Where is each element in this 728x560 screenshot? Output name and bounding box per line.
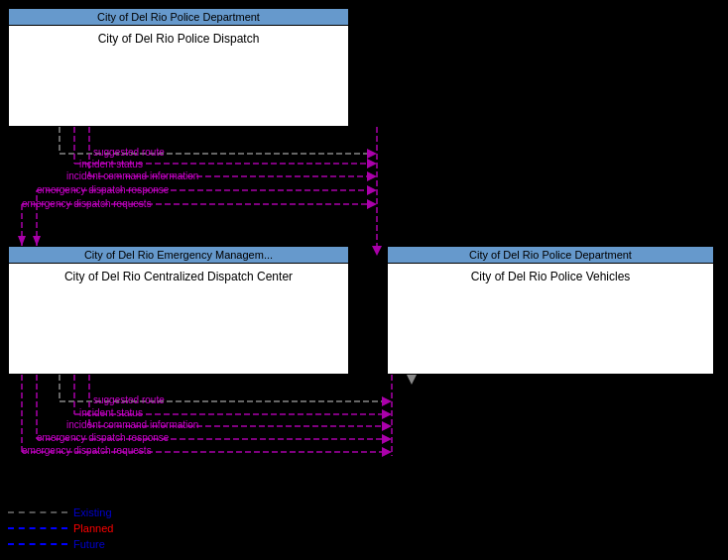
label-incident-status-top: incident status xyxy=(79,159,143,169)
legend-line-future xyxy=(8,543,67,545)
legend: Existing Planned Future xyxy=(8,506,113,550)
node-centralized: City of Del Rio Emergency Managem... Cit… xyxy=(8,246,349,375)
node-centralized-title: City of Del Rio Centralized Dispatch Cen… xyxy=(9,264,348,289)
svg-marker-27 xyxy=(382,421,392,431)
legend-line-existing xyxy=(8,511,67,513)
label-emergency-response-top: emergency dispatch response xyxy=(37,184,169,195)
svg-marker-5 xyxy=(367,159,377,168)
label-emergency-response-bottom: emergency dispatch response xyxy=(37,432,169,443)
legend-existing: Existing xyxy=(8,506,113,518)
svg-marker-39 xyxy=(407,375,417,385)
legend-label-planned: Planned xyxy=(73,522,113,534)
label-suggested-route-bottom: suggested route xyxy=(93,394,165,405)
node-vehicles-header: City of Del Rio Police Department xyxy=(388,247,713,264)
legend-line-planned xyxy=(8,527,67,529)
label-incident-command-bottom: incident command information xyxy=(66,419,198,430)
legend-future: Future xyxy=(8,538,113,550)
label-incident-status-bottom: incident status xyxy=(79,407,143,418)
svg-marker-31 xyxy=(382,434,392,444)
svg-marker-11 xyxy=(33,236,41,246)
svg-marker-12 xyxy=(367,185,377,195)
label-incident-command-top: incident command information xyxy=(66,170,198,181)
svg-marker-35 xyxy=(382,447,392,457)
svg-marker-24 xyxy=(382,409,392,419)
svg-marker-21 xyxy=(382,396,392,406)
label-emergency-requests-top: emergency dispatch requests xyxy=(22,198,152,209)
svg-marker-16 xyxy=(367,199,377,209)
legend-label-future: Future xyxy=(73,538,105,550)
svg-marker-8 xyxy=(367,171,377,181)
svg-marker-15 xyxy=(18,236,26,246)
node-vehicles: City of Del Rio Police Department City o… xyxy=(387,246,714,375)
node-dispatch-header: City of Del Rio Police Department xyxy=(9,9,348,26)
node-vehicles-title: City of Del Rio Police Vehicles xyxy=(388,264,713,289)
label-emergency-requests-bottom: emergency dispatch requests xyxy=(22,445,152,456)
legend-label-existing: Existing xyxy=(73,506,112,518)
node-centralized-header: City of Del Rio Emergency Managem... xyxy=(9,247,348,264)
node-dispatch-title: City of Del Rio Police Dispatch xyxy=(9,26,348,52)
label-suggested-route-top: suggested route xyxy=(93,147,165,158)
svg-marker-2 xyxy=(367,149,377,159)
diagram-container: suggested route incident status incident… xyxy=(0,0,728,560)
svg-marker-18 xyxy=(372,246,382,256)
node-dispatch: City of Del Rio Police Department City o… xyxy=(8,8,349,127)
legend-planned: Planned xyxy=(8,522,113,534)
